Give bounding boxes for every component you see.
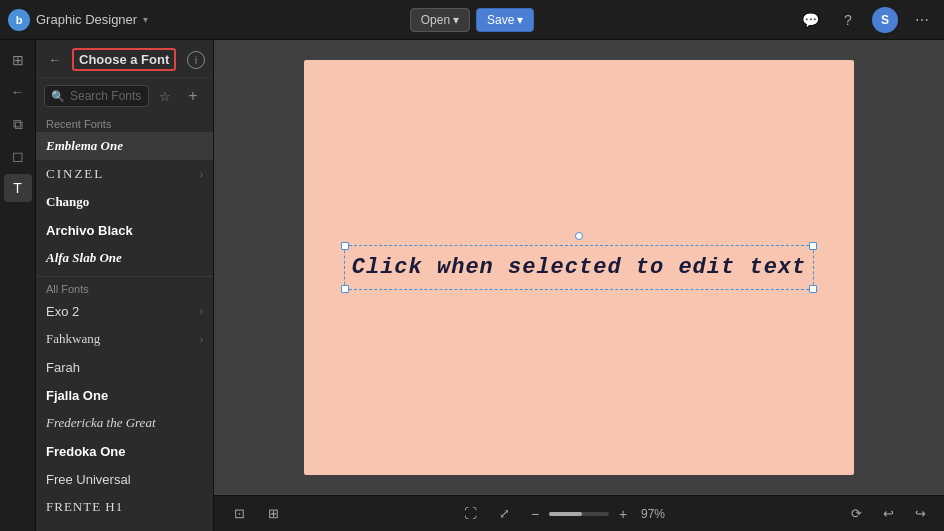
- handle-top-mid[interactable]: [575, 232, 583, 240]
- undo-button[interactable]: ↩: [876, 502, 900, 526]
- handle-top-left[interactable]: [341, 242, 349, 250]
- grid-icon[interactable]: ⊞: [260, 501, 286, 527]
- zoom-bar[interactable]: [549, 512, 609, 516]
- sidebar-icon-home[interactable]: ⊞: [4, 46, 32, 74]
- avatar[interactable]: S: [872, 7, 898, 33]
- crop-icon[interactable]: ⤢: [491, 501, 517, 527]
- font-item-cinzel[interactable]: CINZEL ›: [36, 160, 213, 188]
- handle-bot-left[interactable]: [341, 285, 349, 293]
- app-chevron-icon: ▾: [143, 14, 148, 25]
- exo2-chevron-icon: ›: [200, 306, 203, 317]
- info-icon[interactable]: i: [187, 51, 205, 69]
- zoom-plus-button[interactable]: +: [613, 504, 633, 524]
- search-box: 🔍: [44, 85, 149, 107]
- font-item-fugaz[interactable]: Fugaz One: [36, 521, 213, 531]
- font-item-fahkwang[interactable]: Fahkwang ›: [36, 325, 213, 353]
- topbar: b Graphic Designer ▾ Open ▾ Save ▾ 💬 ? S…: [0, 0, 944, 40]
- choose-font-title: Choose a Font: [72, 48, 176, 71]
- font-item-frente[interactable]: FRENTE H1: [36, 493, 213, 521]
- font-item-farah[interactable]: Farah: [36, 353, 213, 381]
- cinzel-chevron-icon: ›: [200, 169, 203, 180]
- fit-icon[interactable]: ⊡: [226, 501, 252, 527]
- zoom-minus-button[interactable]: −: [525, 504, 545, 524]
- canvas-wrapper: Click when selected to edit text: [214, 40, 944, 495]
- topbar-center: Open ▾ Save ▾: [410, 8, 535, 32]
- all-fonts-section: All Fonts: [36, 276, 213, 297]
- redo-button[interactable]: ↪: [908, 502, 932, 526]
- save-chevron-icon: ▾: [517, 13, 523, 27]
- icon-sidebar: ⊞ ← ⧉ ◻ T: [0, 40, 36, 531]
- sidebar-icon-shapes[interactable]: ◻: [4, 142, 32, 170]
- menu-icon[interactable]: ⋯: [908, 6, 936, 34]
- add-button[interactable]: +: [181, 84, 205, 108]
- font-search-row: 🔍 ☆ +: [36, 78, 213, 114]
- chat-icon[interactable]: 💬: [796, 6, 824, 34]
- font-item-archivo[interactable]: Archivo Black: [36, 216, 213, 244]
- font-item-fjalla[interactable]: Fjalla One: [36, 381, 213, 409]
- app-logo: b: [8, 9, 30, 31]
- font-panel-header: ← Choose a Font i: [36, 40, 213, 78]
- canvas-text[interactable]: Click when selected to edit text: [352, 255, 806, 280]
- open-button[interactable]: Open ▾: [410, 8, 470, 32]
- font-item-fredericka[interactable]: Fredericka the Great: [36, 409, 213, 437]
- zoom-control: − +: [525, 504, 633, 524]
- font-list: Recent Fonts Emblema One CINZEL › Chango…: [36, 114, 213, 531]
- canvas[interactable]: Click when selected to edit text: [304, 60, 854, 475]
- all-fonts-label: All Fonts: [46, 283, 203, 295]
- app-name: Graphic Designer: [36, 12, 137, 27]
- font-item-chango[interactable]: Chango: [36, 188, 213, 216]
- main-content: ⊞ ← ⧉ ◻ T ← Choose a Font i 🔍 ☆ + Recent…: [0, 40, 944, 531]
- canvas-area: Click when selected to edit text ⊡ ⊞ ⛶ ⤢…: [214, 40, 944, 531]
- history-icon[interactable]: ⟳: [844, 502, 868, 526]
- sidebar-icon-layers[interactable]: ⧉: [4, 110, 32, 138]
- topbar-left: b Graphic Designer ▾: [8, 9, 148, 31]
- handle-bot-right[interactable]: [809, 285, 817, 293]
- font-panel: ← Choose a Font i 🔍 ☆ + Recent Fonts Emb…: [36, 40, 214, 531]
- bottom-bar: ⊡ ⊞ ⛶ ⤢ − + 97% ⟳ ↩ ↪: [214, 495, 944, 531]
- topbar-right: 💬 ? S ⋯: [796, 6, 936, 34]
- back-button[interactable]: ←: [44, 49, 66, 71]
- help-icon[interactable]: ?: [834, 6, 862, 34]
- bottom-center: ⛶ ⤢ − + 97%: [457, 501, 673, 527]
- search-input[interactable]: [70, 89, 142, 103]
- handle-top-right[interactable]: [809, 242, 817, 250]
- save-button[interactable]: Save ▾: [476, 8, 534, 32]
- font-item-emblema[interactable]: Emblema One: [36, 132, 213, 160]
- sidebar-icon-text[interactable]: T: [4, 174, 32, 202]
- bottom-left: ⊡ ⊞: [226, 501, 286, 527]
- text-element[interactable]: Click when selected to edit text: [352, 255, 806, 280]
- star-button[interactable]: ☆: [153, 84, 177, 108]
- bottom-right: ⟳ ↩ ↪: [844, 502, 932, 526]
- zoom-label: 97%: [641, 507, 673, 521]
- search-icon: 🔍: [51, 90, 65, 103]
- sidebar-icon-back[interactable]: ←: [4, 78, 32, 106]
- zoom-fill: [549, 512, 582, 516]
- font-item-fredoka[interactable]: Fredoka One: [36, 437, 213, 465]
- fahkwang-chevron-icon: ›: [200, 334, 203, 345]
- font-item-exo2[interactable]: Exo 2 ›: [36, 297, 213, 325]
- recent-fonts-label: Recent Fonts: [36, 114, 213, 132]
- expand-icon[interactable]: ⛶: [457, 501, 483, 527]
- open-chevron-icon: ▾: [453, 13, 459, 27]
- font-item-alfa[interactable]: Alfa Slab One: [36, 244, 213, 272]
- font-item-free[interactable]: Free Universal: [36, 465, 213, 493]
